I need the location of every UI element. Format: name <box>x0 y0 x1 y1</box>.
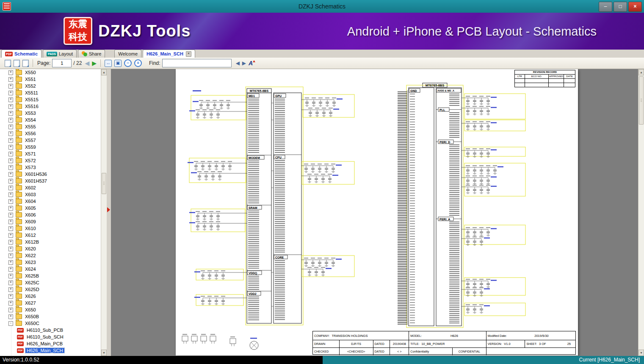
expand-expander-icon[interactable]: + <box>8 301 13 306</box>
tree-folder-label[interactable]: X556 <box>24 131 37 136</box>
tree-folder-label[interactable]: X5516 <box>24 104 40 109</box>
expand-expander-icon[interactable]: + <box>8 111 13 116</box>
expand-expander-icon[interactable]: + <box>8 240 13 245</box>
sidebar-scrollbar[interactable]: ▲ ▼ <box>101 69 107 356</box>
tree-folder-label[interactable]: X622 <box>24 253 37 258</box>
expand-expander-icon[interactable]: + <box>8 84 13 89</box>
tree-folder-label[interactable]: X624 <box>24 267 37 272</box>
tree-folder-label[interactable]: X559 <box>24 144 37 150</box>
tree-folder-label[interactable]: X553 <box>24 111 37 116</box>
tree-folder-x5511[interactable]: +X5511 <box>0 89 101 96</box>
tree-folder-x555[interactable]: +X555 <box>0 123 101 130</box>
tree-file-h6110_sub_pcb[interactable]: PDFH6110_Sub_PCB <box>0 327 101 333</box>
zoom-out-button[interactable]: – <box>124 59 132 67</box>
tree-folder-label[interactable]: X603 <box>24 192 37 197</box>
tree-folder-label[interactable]: X5515 <box>24 97 40 102</box>
tree-folder-label[interactable]: X626 <box>24 294 37 299</box>
expand-expander-icon[interactable]: + <box>8 145 13 150</box>
expand-expander-icon[interactable]: + <box>8 158 13 163</box>
tree-folder-x650b[interactable]: +X650B <box>0 313 101 320</box>
tree-folder-x606[interactable]: +X606 <box>0 211 101 218</box>
expand-expander-icon[interactable]: + <box>8 281 13 285</box>
doc-tab-welcome[interactable]: Welcome <box>114 50 141 58</box>
tree-folder-label[interactable]: X627 <box>24 300 37 306</box>
tree-folder-x602[interactable]: +X602 <box>0 184 101 191</box>
font-size-button[interactable]: A <box>249 60 253 67</box>
document-scrollbar-thumb[interactable] <box>639 76 644 125</box>
tree-folder-label[interactable]: X571 <box>24 151 37 156</box>
scroll-up-icon[interactable]: ▲ <box>638 69 644 75</box>
tree-folder-x557[interactable]: +X557 <box>0 137 101 144</box>
expand-expander-icon[interactable]: + <box>8 152 13 156</box>
tree-folder-label[interactable]: X550 <box>24 70 37 75</box>
document-scrollbar[interactable]: ▲ ▼ <box>638 69 644 356</box>
continuous-view-icon[interactable] <box>22 60 29 67</box>
tree-folder-label[interactable]: X5511 <box>24 90 39 95</box>
expand-expander-icon[interactable]: + <box>8 131 13 136</box>
tree-folder-x625d[interactable]: +X625D <box>0 286 101 293</box>
find-input[interactable] <box>162 59 232 67</box>
expand-expander-icon[interactable]: + <box>8 206 13 211</box>
sidebar-splitter[interactable] <box>107 69 111 356</box>
tree-folder-x551[interactable]: +X551 <box>0 76 101 83</box>
tree-folder-x550[interactable]: +X550 <box>0 69 101 76</box>
tree-folder-x559[interactable]: +X559 <box>0 144 101 150</box>
tree-file-label[interactable]: H626_Main_PCB <box>25 341 64 346</box>
tree-file-h626_main_pcb[interactable]: PDFH626_Main_PCB <box>0 340 101 347</box>
single-page-view-icon[interactable] <box>5 60 11 67</box>
tree-folder-label[interactable]: X552 <box>24 83 37 89</box>
expand-expander-icon[interactable]: + <box>8 260 13 265</box>
expand-expander-icon[interactable]: + <box>8 165 13 170</box>
expand-expander-icon[interactable]: + <box>8 220 13 224</box>
doc-tab-h626-main-sch[interactable]: H626_Main_SCH × <box>143 50 195 58</box>
tab-share[interactable]: Share <box>78 50 105 58</box>
tree-folder-label[interactable]: X623 <box>24 260 37 265</box>
tree-folder-x573[interactable]: +X573 <box>0 164 101 171</box>
expand-expander-icon[interactable]: + <box>8 179 13 183</box>
tree-folder-x553[interactable]: +X553 <box>0 110 101 117</box>
expand-expander-icon[interactable]: + <box>8 247 13 251</box>
expand-expander-icon[interactable]: + <box>8 233 13 238</box>
tree-folder-x601h536[interactable]: +X601H536 <box>0 171 101 178</box>
tree-folder-label[interactable]: X650 <box>24 307 37 312</box>
expand-expander-icon[interactable]: + <box>8 314 13 319</box>
tree-folder-x650[interactable]: +X650 <box>0 306 101 313</box>
tree-folder-x627[interactable]: +X627 <box>0 300 101 306</box>
expand-expander-icon[interactable]: + <box>8 253 13 258</box>
tree-folder-label[interactable]: X572 <box>24 158 37 163</box>
expand-expander-icon[interactable]: + <box>8 91 13 95</box>
tree-folder-x572[interactable]: +X572 <box>0 157 101 164</box>
tree-folder-x5515[interactable]: +X5515 <box>0 96 101 103</box>
find-previous-button[interactable]: ◀ <box>236 60 240 66</box>
tree-folder-label[interactable]: X602 <box>24 185 37 190</box>
tree-folder-x610[interactable]: +X610 <box>0 225 101 232</box>
scroll-down-icon[interactable]: ▼ <box>101 350 107 356</box>
expand-expander-icon[interactable]: + <box>8 104 13 109</box>
tree-folder-label[interactable]: X605 <box>24 206 37 211</box>
scroll-up-icon[interactable]: ▲ <box>101 69 107 75</box>
tree-folder-x603[interactable]: +X603 <box>0 191 101 198</box>
scroll-down-icon[interactable]: ▼ <box>638 350 644 356</box>
tree-file-label[interactable]: H6110_Sub_SCH <box>25 334 65 339</box>
tree-folder-label[interactable]: X625D <box>24 287 41 292</box>
expand-expander-icon[interactable]: + <box>8 138 13 143</box>
expand-expander-icon[interactable]: + <box>8 70 13 75</box>
tree-folder-label[interactable]: X650B <box>24 314 40 319</box>
zoom-in-button[interactable]: + <box>134 59 142 67</box>
tree-folder-label[interactable]: X557 <box>24 138 37 143</box>
expand-expander-icon[interactable]: + <box>8 213 13 217</box>
tree-folder-x622[interactable]: +X622 <box>0 252 101 259</box>
tree-folder-x612[interactable]: +X612 <box>0 232 101 239</box>
tree-folder-label[interactable]: X650C <box>24 321 41 326</box>
tree-folder-label[interactable]: X573 <box>24 165 37 170</box>
previous-page-button[interactable]: ◀ <box>85 60 89 67</box>
tree-folder-label[interactable]: X606 <box>24 212 37 217</box>
expand-expander-icon[interactable]: + <box>8 274 13 278</box>
tree-folder-label[interactable]: X601H537 <box>24 178 48 183</box>
tree-folder-label[interactable]: X604 <box>24 199 37 204</box>
tree-file-label[interactable]: H626_Main_SCH <box>25 348 64 353</box>
collapse-expander-icon[interactable]: - <box>8 321 13 326</box>
expand-expander-icon[interactable]: + <box>8 287 13 292</box>
collapse-sidebar-icon[interactable] <box>107 207 110 212</box>
fit-width-button[interactable]: ↔ <box>105 60 112 67</box>
